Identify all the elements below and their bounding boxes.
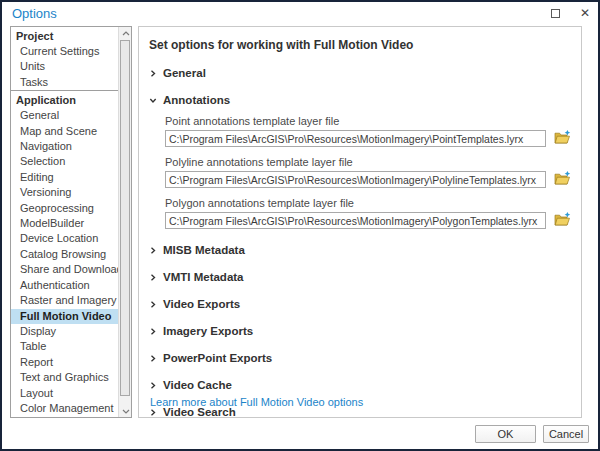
- sidebar-item-tasks[interactable]: Tasks: [11, 75, 118, 90]
- sidebar-scrollbar[interactable]: [118, 27, 131, 417]
- sidebar-group-header-application: Application: [11, 90, 118, 108]
- sidebar-item-versioning[interactable]: Versioning: [11, 185, 118, 200]
- chevron-right-icon: [149, 327, 157, 336]
- section-header-powerpoint-exports[interactable]: PowerPoint Exports: [149, 352, 571, 364]
- sidebar-item-text-and-graphics[interactable]: Text and Graphics: [11, 370, 118, 385]
- section-label: MISB Metadata: [163, 244, 245, 256]
- sidebar-item-authentication[interactable]: Authentication: [11, 278, 118, 293]
- maximize-button[interactable]: [548, 6, 562, 20]
- close-button[interactable]: ✕: [578, 6, 592, 20]
- sidebar-item-report[interactable]: Report: [11, 355, 118, 370]
- sidebar-item-selection[interactable]: Selection: [11, 154, 118, 169]
- sidebar-group-header-project: Project: [11, 27, 118, 44]
- close-icon: ✕: [580, 7, 590, 19]
- sidebar-item-full-motion-video[interactable]: Full Motion Video: [11, 309, 118, 324]
- field-label-polygon-annotations-template-layer-file: Polygon annotations template layer file: [165, 197, 571, 209]
- maximize-icon: [551, 9, 560, 18]
- options-dialog: Options ✕ ProjectCurrent SettingsUnitsTa…: [0, 0, 600, 451]
- browse-button-point-annotations-template-layer-file[interactable]: [553, 131, 571, 147]
- browse-button-polygon-annotations-template-layer-file[interactable]: [553, 213, 571, 229]
- sidebar-item-current-settings[interactable]: Current Settings: [11, 44, 118, 59]
- section-label: Annotations: [163, 94, 230, 106]
- folder-open-icon: [554, 130, 571, 147]
- section-header-annotations[interactable]: Annotations: [149, 94, 571, 106]
- section-label: General: [163, 67, 206, 79]
- field-row-polyline-annotations-template-layer-file: [165, 171, 571, 188]
- field-row-point-annotations-template-layer-file: [165, 130, 571, 147]
- folder-open-icon: [554, 171, 571, 188]
- sidebar-item-navigation[interactable]: Navigation: [11, 139, 118, 154]
- footer-buttons: OK Cancel: [475, 425, 589, 443]
- sidebar-item-map-and-scene[interactable]: Map and Scene: [11, 124, 118, 139]
- window-title: Options: [12, 6, 57, 21]
- sidebar-item-color-management[interactable]: Color Management: [11, 401, 118, 416]
- cancel-button[interactable]: Cancel: [543, 425, 589, 443]
- section-header-imagery-exports[interactable]: Imagery Exports: [149, 325, 571, 337]
- learn-more-link[interactable]: Learn more about Full Motion Video optio…: [150, 396, 363, 408]
- sidebar-item-table[interactable]: Table: [11, 339, 118, 354]
- path-input-point-annotations-template-layer-file[interactable]: [165, 130, 546, 147]
- field-label-polyline-annotations-template-layer-file: Polyline annotations template layer file: [165, 156, 571, 168]
- sidebar-item-share-and-download[interactable]: Share and Download: [11, 262, 118, 277]
- section-label: VMTI Metadata: [163, 271, 244, 283]
- sections: GeneralAnnotationsPoint annotations temp…: [149, 67, 571, 418]
- path-input-polygon-annotations-template-layer-file[interactable]: [165, 212, 546, 229]
- sidebar-item-modelbuilder[interactable]: ModelBuilder: [11, 216, 118, 231]
- section-header-video-cache[interactable]: Video Cache: [149, 379, 571, 391]
- ok-button[interactable]: OK: [475, 425, 536, 443]
- sidebar-item-bim[interactable]: BIM: [11, 416, 118, 417]
- sidebar-list: ProjectCurrent SettingsUnitsTasksApplica…: [11, 27, 118, 417]
- options-main-panel: Set options for working with Full Motion…: [138, 26, 582, 418]
- sidebar-item-geoprocessing[interactable]: Geoprocessing: [11, 201, 118, 216]
- scrollbar-thumb[interactable]: [120, 40, 130, 396]
- chevron-right-icon: [149, 354, 157, 363]
- section-label: PowerPoint Exports: [163, 352, 272, 364]
- scroll-up-icon[interactable]: [119, 27, 132, 39]
- chevron-right-icon: [149, 300, 157, 309]
- sidebar-item-raster-and-imagery[interactable]: Raster and Imagery: [11, 293, 118, 308]
- sidebar-item-units[interactable]: Units: [11, 59, 118, 74]
- chevron-right-icon: [149, 69, 157, 78]
- sidebar-item-general[interactable]: General: [11, 108, 118, 123]
- field-row-polygon-annotations-template-layer-file: [165, 212, 571, 229]
- folder-open-icon: [554, 212, 571, 229]
- title-bar: Options ✕: [2, 2, 598, 25]
- section-label: Video Exports: [163, 298, 240, 310]
- scroll-down-icon[interactable]: [119, 405, 132, 417]
- chevron-right-icon: [149, 273, 157, 282]
- section-header-video-exports[interactable]: Video Exports: [149, 298, 571, 310]
- annotation-fields: Point annotations template layer filePol…: [165, 115, 571, 229]
- section-header-vmti-metadata[interactable]: VMTI Metadata: [149, 271, 571, 283]
- path-input-polyline-annotations-template-layer-file[interactable]: [165, 171, 546, 188]
- section-header-misb-metadata[interactable]: MISB Metadata: [149, 244, 571, 256]
- section-header-general[interactable]: General: [149, 67, 571, 79]
- sidebar-item-layout[interactable]: Layout: [11, 386, 118, 401]
- sidebar-item-catalog-browsing[interactable]: Catalog Browsing: [11, 247, 118, 262]
- section-label: Video Cache: [163, 379, 232, 391]
- options-sidebar: ProjectCurrent SettingsUnitsTasksApplica…: [10, 26, 132, 418]
- chevron-right-icon: [149, 408, 157, 417]
- field-label-point-annotations-template-layer-file: Point annotations template layer file: [165, 115, 571, 127]
- page-title: Set options for working with Full Motion…: [149, 38, 571, 52]
- chevron-right-icon: [149, 246, 157, 255]
- sidebar-item-editing[interactable]: Editing: [11, 170, 118, 185]
- section-label: Imagery Exports: [163, 325, 253, 337]
- browse-button-polyline-annotations-template-layer-file[interactable]: [553, 172, 571, 188]
- sidebar-item-device-location[interactable]: Device Location: [11, 231, 118, 246]
- chevron-right-icon: [149, 381, 157, 390]
- sidebar-item-display[interactable]: Display: [11, 324, 118, 339]
- chevron-down-icon: [149, 96, 157, 105]
